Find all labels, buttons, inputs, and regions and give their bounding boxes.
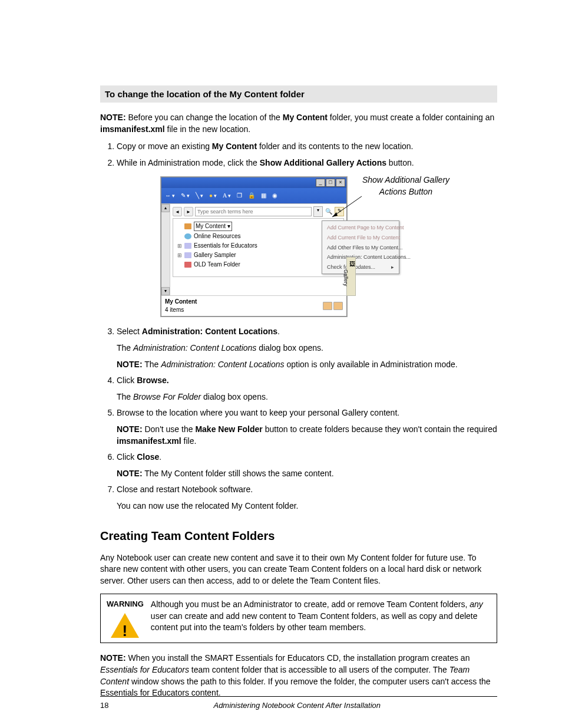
- globe-icon[interactable]: ◉: [272, 192, 277, 200]
- close-button[interactable]: ×: [336, 179, 345, 187]
- forward-button[interactable]: ►: [184, 207, 193, 216]
- line-tool-icon[interactable]: ╲: [196, 192, 203, 200]
- copy-icon[interactable]: ❐: [237, 192, 242, 200]
- maximize-button[interactable]: □: [326, 179, 335, 187]
- main-toolbar: ↔ ✎ ╲ ● A ❐ 🔒 ▦ ◉: [161, 188, 346, 203]
- gallery-tab[interactable]: Gallery: [346, 257, 356, 296]
- procedure-heading: To change the location of the My Content…: [100, 85, 497, 103]
- section-para: Any Notebook user can create new content…: [100, 552, 497, 587]
- figure: _ □ × ↔ ✎ ╲ ● A ❐ 🔒 ▦ ◉: [117, 177, 497, 317]
- page-number: 18: [100, 700, 108, 711]
- step5-sub: NOTE: Don't use the Make New Folder butt…: [117, 424, 497, 447]
- thumbnails: [323, 302, 343, 310]
- status-info: My Content 4 items: [165, 298, 197, 314]
- folder-tree: My Content ▾ Online Resources ⊞Essential…: [173, 218, 344, 277]
- gallery-panel: ▴ ▾ ◄ ► ▾ 🔍 ✎: [161, 203, 346, 295]
- callout-arrow-icon: [329, 193, 365, 229]
- tree-online-resources[interactable]: Online Resources: [177, 232, 340, 241]
- step-7: Close and restart Notebook software. You…: [117, 484, 497, 512]
- search-input[interactable]: [195, 207, 312, 216]
- warning-label: WARNING: [107, 599, 144, 610]
- section-heading: Creating Team Content Folders: [100, 528, 497, 544]
- search-bar: ◄ ► ▾ 🔍 ✎: [173, 206, 344, 217]
- warning-triangle-icon: [111, 613, 139, 638]
- step-2: While in Administration mode, click the …: [117, 157, 497, 317]
- figure-callout: Show Additional Gallery Actions Button: [359, 174, 453, 197]
- step6-sub: NOTE: The My Content folder still shows …: [117, 468, 497, 480]
- page-footer: 18 Administering Notebook Content After …: [100, 696, 497, 711]
- pen-tool-icon[interactable]: ✎: [181, 192, 190, 200]
- warning-box: WARNING Although you must be an Administ…: [100, 594, 497, 643]
- step-6: Click Close. NOTE: The My Content folder…: [117, 452, 497, 479]
- status-bar: My Content 4 items ↖: [161, 295, 346, 316]
- note-label: NOTE:: [100, 113, 126, 122]
- document-page: To change the location of the My Content…: [0, 0, 562, 728]
- post-note: NOTE: When you install the SMART Essenti…: [100, 653, 497, 699]
- intro-note: NOTE: Before you can change the location…: [100, 112, 497, 135]
- procedure-steps: Copy or move an existing My Content fold…: [100, 141, 497, 512]
- step3-sub2: NOTE: The Administration: Content Locati…: [117, 359, 497, 371]
- scroll-down-icon[interactable]: ▾: [161, 287, 170, 295]
- search-dropdown[interactable]: ▾: [313, 206, 323, 217]
- step-5: Browse to the location where you want to…: [117, 407, 497, 447]
- menu-add-other[interactable]: Add Other Files to My Content...: [322, 243, 399, 253]
- text-tool-icon[interactable]: A: [223, 192, 231, 200]
- step-1: Copy or move an existing My Content fold…: [117, 141, 497, 153]
- left-scrollbar[interactable]: ▴ ▾: [161, 204, 170, 295]
- callout-wrap: Show Additional Gallery Actions Button: [359, 177, 453, 200]
- warning-left: WARNING: [107, 599, 144, 638]
- tree-my-content[interactable]: My Content ▾: [177, 221, 340, 232]
- gallery-column: ◄ ► ▾ 🔍 ✎ My Content ▾ Online Resources: [170, 204, 346, 295]
- step-4: Click Browse. The Browse For Folder dial…: [117, 375, 497, 403]
- step-3: Select Administration: Content Locations…: [117, 326, 497, 370]
- scroll-up-icon[interactable]: ▴: [161, 204, 170, 212]
- footer-title: Administering Notebook Content After Ins…: [108, 700, 485, 711]
- titlebar: _ □ ×: [161, 177, 346, 188]
- grid-icon[interactable]: ▦: [261, 192, 266, 200]
- menu-check-updates[interactable]: Check for Updates...: [322, 262, 399, 272]
- step3-sub1: The Administration: Content Locations di…: [117, 342, 497, 354]
- arrow-tool-icon[interactable]: ↔: [165, 192, 175, 200]
- warning-text: Although you must be an Administrator to…: [151, 599, 491, 634]
- menu-admin-locations[interactable]: Administration: Content Locations...: [322, 252, 399, 262]
- svg-marker-1: [332, 212, 338, 217]
- lock-icon[interactable]: 🔒: [248, 192, 255, 200]
- tree-gallery-sampler[interactable]: ⊞Gallery Sampler: [177, 251, 340, 260]
- tree-old-team[interactable]: OLD Team Folder: [177, 260, 340, 269]
- shape-tool-icon[interactable]: ●: [209, 192, 217, 200]
- minimize-button[interactable]: _: [316, 179, 325, 187]
- app-window: _ □ × ↔ ✎ ╲ ● A ❐ 🔒 ▦ ◉: [161, 177, 347, 317]
- step4-sub: The Browse For Folder dialog box opens.: [117, 391, 497, 403]
- step7-sub: You can now use the relocated My Content…: [117, 500, 497, 512]
- back-button[interactable]: ◄: [173, 207, 182, 216]
- menu-add-file[interactable]: Add Current File to My Content: [322, 233, 399, 243]
- tree-essentials-educators[interactable]: ⊞Essentials for Educators: [177, 241, 340, 251]
